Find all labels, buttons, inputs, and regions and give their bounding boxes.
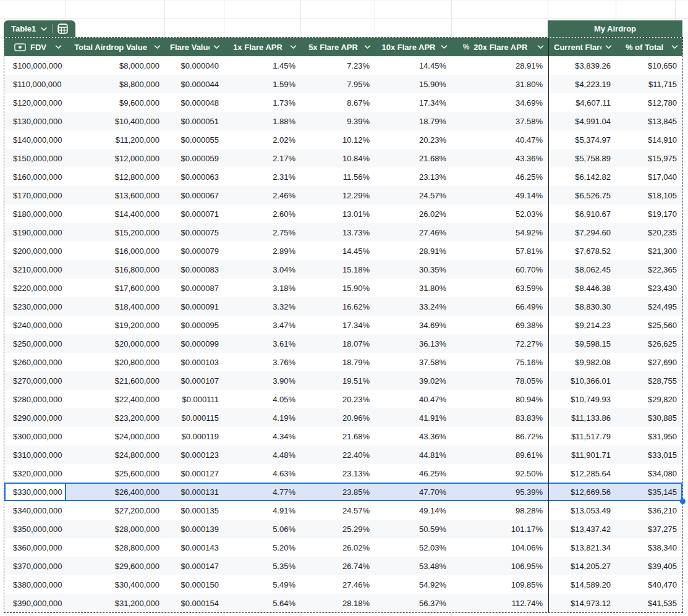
cell-10x-flare-apr[interactable]: 52.03% (375, 538, 452, 557)
cell-total-airdrop-value[interactable]: $8,800,000 (66, 75, 165, 93)
cell-fdv[interactable]: $240,000,000 (4, 316, 66, 334)
cell-10x-flare-apr[interactable]: 39.02% (375, 371, 452, 390)
cell-current-flares[interactable]: $3,839.26 (548, 56, 616, 75)
cell-flare-value[interactable]: $0.000115 (165, 408, 224, 427)
cell-current-flares[interactable]: $12,669.56 (548, 483, 616, 501)
cell-current-flares[interactable]: $8,062.45 (548, 260, 616, 279)
cell-total-airdrop-value[interactable]: $9,600,000 (66, 93, 165, 112)
cell-1x-flare-apr[interactable]: 3.76% (224, 353, 301, 371)
cell-flare-value[interactable]: $0.000083 (165, 260, 224, 279)
active-cell-fdv[interactable]: $330,000,000 (4, 483, 66, 501)
cell-current-flares[interactable]: $9,214.23 (548, 316, 616, 334)
cell-of-total[interactable]: $29,820 (616, 390, 682, 408)
cell-current-flares[interactable]: $13,437.42 (548, 520, 616, 538)
cell-current-flares[interactable]: $6,910.67 (548, 205, 616, 223)
column-header-5x-flare-apr[interactable]: 5x Flare APR (301, 38, 375, 56)
cell-total-airdrop-value[interactable]: $21,600,000 (66, 371, 165, 390)
cell-5x-flare-apr[interactable]: 10.84% (301, 149, 375, 167)
cell-20x-flare-apr[interactable]: 83.83% (452, 408, 548, 427)
cell-20x-flare-apr[interactable]: 37.58% (452, 112, 548, 130)
cell-5x-flare-apr[interactable]: 7.23% (301, 56, 375, 75)
cell-1x-flare-apr[interactable]: 2.02% (224, 130, 301, 149)
cell-total-airdrop-value[interactable]: $23,200,000 (66, 408, 165, 427)
cell-1x-flare-apr[interactable]: 1.73% (224, 93, 301, 112)
chevron-down-icon[interactable] (605, 45, 612, 49)
cell-5x-flare-apr[interactable]: 16.62% (301, 297, 375, 316)
cell-1x-flare-apr[interactable]: 4.05% (224, 390, 301, 408)
cell-fdv[interactable]: $340,000,000 (4, 501, 66, 520)
cell-flare-value[interactable]: $0.000040 (165, 56, 224, 75)
cell-20x-flare-apr[interactable]: 60.70% (452, 260, 548, 279)
cell-current-flares[interactable]: $5,374.97 (548, 130, 616, 149)
cell-of-total[interactable]: $41,535 (616, 594, 682, 612)
cell-fdv[interactable]: $390,000,000 (4, 594, 66, 612)
cell-1x-flare-apr[interactable]: 5.35% (224, 557, 301, 575)
cell-flare-value[interactable]: $0.000095 (165, 316, 224, 334)
cell-1x-flare-apr[interactable]: 3.04% (224, 260, 301, 279)
cell-1x-flare-apr[interactable]: 5.06% (224, 520, 301, 538)
cell-10x-flare-apr[interactable]: 40.47% (375, 390, 452, 408)
column-header-of-total[interactable]: % of Total (616, 38, 682, 56)
cell-20x-flare-apr[interactable]: 28.91% (452, 56, 548, 75)
cell-20x-flare-apr[interactable]: 89.61% (452, 445, 548, 464)
cell-fdv[interactable]: $320,000,000 (4, 464, 66, 483)
cell-of-total[interactable]: $40,470 (616, 575, 682, 594)
cell-current-flares[interactable]: $4,223.19 (548, 75, 616, 93)
cell-20x-flare-apr[interactable]: 109.85% (452, 575, 548, 594)
cell-current-flares[interactable]: $11,517.79 (548, 427, 616, 445)
cell-10x-flare-apr[interactable]: 30.35% (375, 260, 452, 279)
cell-10x-flare-apr[interactable]: 49.14% (375, 501, 452, 520)
cell-1x-flare-apr[interactable]: 4.19% (224, 408, 301, 427)
cell-current-flares[interactable]: $13,821.34 (548, 538, 616, 557)
cell-total-airdrop-value[interactable]: $30,400,000 (66, 575, 165, 594)
cell-current-flares[interactable]: $13,053.49 (548, 501, 616, 520)
cell-total-airdrop-value[interactable]: $20,800,000 (66, 353, 165, 371)
cell-1x-flare-apr[interactable]: 2.89% (224, 242, 301, 260)
cell-1x-flare-apr[interactable]: 2.31% (224, 167, 301, 186)
cell-10x-flare-apr[interactable]: 28.91% (375, 242, 452, 260)
cell-current-flares[interactable]: $6,526.75 (548, 186, 616, 205)
cell-20x-flare-apr[interactable]: 69.38% (452, 316, 548, 334)
cell-flare-value[interactable]: $0.000071 (165, 205, 224, 223)
cell-1x-flare-apr[interactable]: 4.63% (224, 464, 301, 483)
cell-fdv[interactable]: $220,000,000 (4, 279, 66, 297)
cell-total-airdrop-value[interactable]: $28,000,000 (66, 520, 165, 538)
cell-of-total[interactable]: $36,210 (616, 501, 682, 520)
cell-1x-flare-apr[interactable]: 2.60% (224, 205, 301, 223)
cell-20x-flare-apr[interactable]: 63.59% (452, 279, 548, 297)
cell-10x-flare-apr[interactable]: 41.91% (375, 408, 452, 427)
cell-5x-flare-apr[interactable]: 25.29% (301, 520, 375, 538)
cell-10x-flare-apr[interactable]: 33.24% (375, 297, 452, 316)
cell-flare-value[interactable]: $0.000119 (165, 427, 224, 445)
cell-of-total[interactable]: $35,145 (616, 483, 682, 501)
cell-5x-flare-apr[interactable]: 7.95% (301, 75, 375, 93)
cell-20x-flare-apr[interactable]: 75.16% (452, 353, 548, 371)
cell-flare-value[interactable]: $0.000099 (165, 334, 224, 353)
cell-10x-flare-apr[interactable]: 17.34% (375, 93, 452, 112)
cell-1x-flare-apr[interactable]: 1.88% (224, 112, 301, 130)
cell-flare-value[interactable]: $0.000087 (165, 279, 224, 297)
cell-current-flares[interactable]: $9,598.15 (548, 334, 616, 353)
cell-5x-flare-apr[interactable]: 26.74% (301, 557, 375, 575)
cell-flare-value[interactable]: $0.000123 (165, 445, 224, 464)
cell-of-total[interactable]: $17,040 (616, 167, 682, 186)
cell-20x-flare-apr[interactable]: 54.92% (452, 223, 548, 242)
cell-1x-flare-apr[interactable]: 3.18% (224, 279, 301, 297)
cell-total-airdrop-value[interactable]: $29,600,000 (66, 557, 165, 575)
cell-fdv[interactable]: $200,000,000 (4, 242, 66, 260)
cell-current-flares[interactable]: $7,678.52 (548, 242, 616, 260)
cell-total-airdrop-value[interactable]: $31,200,000 (66, 594, 165, 612)
cell-5x-flare-apr[interactable]: 15.18% (301, 260, 375, 279)
cell-10x-flare-apr[interactable]: 31.80% (375, 279, 452, 297)
cell-20x-flare-apr[interactable]: 101.17% (452, 520, 548, 538)
cell-current-flares[interactable]: $11,133.86 (548, 408, 616, 427)
cell-1x-flare-apr[interactable]: 3.32% (224, 297, 301, 316)
cell-fdv[interactable]: $170,000,000 (4, 186, 66, 205)
cell-total-airdrop-value[interactable]: $8,000,000 (66, 56, 165, 75)
cell-flare-value[interactable]: $0.000063 (165, 167, 224, 186)
cell-1x-flare-apr[interactable]: 1.45% (224, 56, 301, 75)
cell-5x-flare-apr[interactable]: 18.79% (301, 353, 375, 371)
cell-flare-value[interactable]: $0.000143 (165, 538, 224, 557)
cell-1x-flare-apr[interactable]: 3.90% (224, 371, 301, 390)
cell-5x-flare-apr[interactable]: 12.29% (301, 186, 375, 205)
